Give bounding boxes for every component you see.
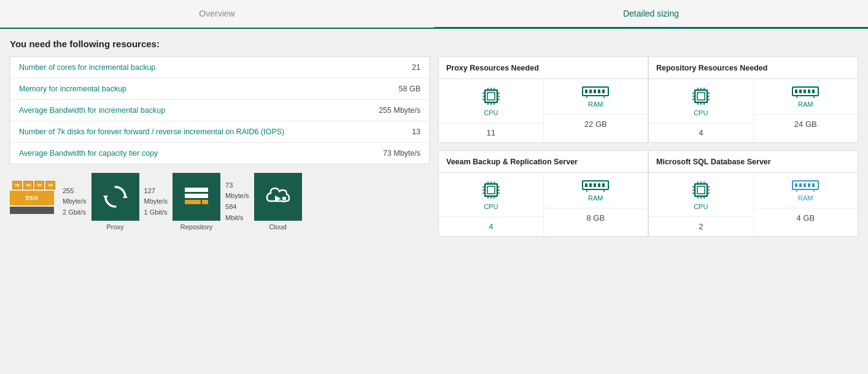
proxy-resources-title: Proxy Resources Needed — [446, 64, 539, 72]
svg-rect-76 — [697, 186, 705, 194]
repo-resources-section: Repository Resources Needed — [648, 57, 858, 142]
veeam-cpu-value: 4 — [489, 217, 493, 236]
repo-cpu-cell: CPU 4 — [649, 79, 754, 142]
speed-text-3: 73 Mbyte/s 584 Mbit/s — [225, 180, 249, 223]
svg-rect-54 — [487, 186, 495, 194]
right-panel: Proxy Resources Needed — [438, 56, 858, 237]
repo-diagram-item: Repository — [172, 173, 220, 231]
sql-server-title: Microsoft SQL Database Server — [656, 158, 771, 166]
row-label-2: Average Bandwidth for incremental backup — [19, 106, 371, 115]
top-grid-header: Proxy Resources Needed — [439, 57, 858, 142]
speed-info-3: 73 Mbyte/s 584 Mbit/s — [225, 180, 249, 223]
repo-label: Repository — [180, 223, 213, 231]
vm-box: VM — [23, 181, 33, 189]
repo-cpu-label: CPU — [694, 109, 708, 116]
veeam-ram-icon-area: RAM — [544, 173, 648, 208]
cloud-icon — [254, 173, 302, 221]
row-label-1: Memory for incremental backup — [19, 85, 371, 93]
proxy-cpu-label: CPU — [484, 109, 498, 116]
proxy-label: Proxy — [106, 223, 123, 231]
svg-rect-2 — [185, 188, 208, 192]
veeam-cpu-label: CPU — [484, 203, 498, 210]
svg-rect-49 — [808, 90, 810, 93]
sql-ram-cell: RAM 4 GB — [754, 173, 858, 236]
proxy-ram-cell: RAM 22 GB — [544, 79, 648, 142]
row-value-0: 21 — [371, 63, 420, 72]
svg-rect-47 — [799, 90, 802, 93]
svg-rect-92 — [804, 183, 806, 187]
sql-cpu-icon-area: CPU — [649, 173, 753, 217]
section-title: You need the following resources: — [10, 39, 858, 49]
veeam-server-title: Veeam Backup & Replication Server — [446, 158, 578, 166]
proxy-cpu-icon-area: CPU — [439, 79, 543, 123]
veeam-ram-cell: RAM 8 GB — [544, 173, 648, 236]
repo-cpu-icon-area: CPU — [649, 79, 753, 123]
svg-rect-4 — [185, 200, 201, 204]
table-row: Memory for incremental backup 58 GB — [10, 78, 429, 100]
bottom-grid-header: Veeam Backup & Replication Server — [439, 151, 858, 236]
tab-detailed-sizing[interactable]: Detailed sizing — [434, 0, 868, 29]
svg-rect-75 — [695, 184, 707, 196]
svg-rect-5 — [202, 200, 208, 204]
row-label-3: Number of 7k disks for forever forward /… — [19, 128, 371, 136]
row-label-0: Number of cores for incremental backup — [19, 63, 371, 72]
row-value-4: 73 Mbyte/s — [371, 149, 420, 158]
sql-server-section: Microsoft SQL Database Server — [648, 151, 858, 236]
resources-table: Number of cores for incremental backup 2… — [10, 56, 430, 164]
repo-ram-label: RAM — [798, 101, 813, 108]
proxy-diagram-item: Proxy — [91, 173, 139, 231]
proxy-inner: CPU 11 — [439, 79, 648, 142]
svg-rect-90 — [795, 183, 797, 187]
svg-rect-26 — [594, 90, 596, 93]
vm-box: VM — [12, 181, 22, 189]
proxy-ram-icon-area: RAM — [544, 79, 648, 115]
svg-marker-0 — [123, 194, 128, 198]
svg-rect-71 — [598, 183, 600, 187]
veeam-server-section: Veeam Backup & Replication Server — [439, 151, 648, 236]
esxi-icon: VM VM VM VM ESXI — [10, 181, 58, 223]
sql-ram-label: RAM — [798, 194, 813, 202]
cloud-label: Cloud — [269, 223, 287, 231]
veeam-ram-value: 8 GB — [586, 208, 605, 227]
svg-rect-46 — [795, 90, 797, 93]
proxy-icon — [91, 173, 139, 221]
svg-rect-68 — [585, 183, 587, 187]
svg-rect-53 — [485, 184, 497, 196]
speed-text-1: 255 Mbyte/s 2 Gbit/s — [63, 186, 87, 218]
svg-rect-31 — [695, 90, 707, 102]
svg-rect-27 — [598, 90, 600, 93]
svg-rect-7 — [282, 197, 286, 200]
sql-ram-value: 4 GB — [796, 208, 815, 227]
speed-info-2: 127 Mbyte/s 1 Gbit/s — [144, 186, 168, 218]
proxy-cpu-cell: CPU 11 — [439, 79, 544, 142]
left-panel: Number of cores for incremental backup 2… — [10, 56, 430, 237]
tab-overview[interactable]: Overview — [0, 0, 434, 28]
row-label-4: Average Bandwidth for capacity tier copy — [19, 149, 371, 158]
tab-bar: Overview Detailed sizing — [0, 0, 868, 29]
row-value-1: 58 GB — [371, 85, 420, 93]
proxy-cpu-value: 11 — [487, 123, 495, 142]
two-column-layout: Number of cores for incremental backup 2… — [10, 56, 858, 237]
sql-cpu-cell: CPU 2 — [649, 173, 754, 236]
veeam-inner: CPU 4 — [439, 173, 648, 236]
diagram-row: VM VM VM VM ESXI 255 Mbyte/s 2 Gbit/s — [10, 173, 430, 231]
repo-inner: CPU 4 — [649, 79, 858, 142]
repo-cpu-value: 4 — [699, 123, 703, 142]
table-row: Number of cores for incremental backup 2… — [10, 57, 429, 78]
svg-rect-28 — [602, 90, 605, 93]
row-value-2: 255 Mbyte/s — [371, 106, 420, 115]
esxi-bottom — [10, 207, 54, 214]
top-resource-grid: Proxy Resources Needed — [438, 56, 858, 143]
svg-rect-91 — [799, 183, 802, 187]
svg-rect-69 — [589, 183, 592, 187]
svg-rect-32 — [697, 93, 705, 100]
speed-info-1: 255 Mbyte/s 2 Gbit/s — [63, 186, 87, 218]
cloud-diagram-item: Cloud — [254, 173, 302, 231]
proxy-ram-value: 22 GB — [584, 115, 607, 134]
table-row: Average Bandwidth for incremental backup… — [10, 100, 429, 121]
svg-marker-1 — [103, 196, 108, 199]
veeam-cpu-icon-area: CPU — [439, 173, 543, 217]
repo-ram-value: 24 GB — [794, 115, 817, 134]
sql-ram-icon-area: RAM — [754, 173, 858, 208]
svg-rect-3 — [185, 194, 208, 198]
